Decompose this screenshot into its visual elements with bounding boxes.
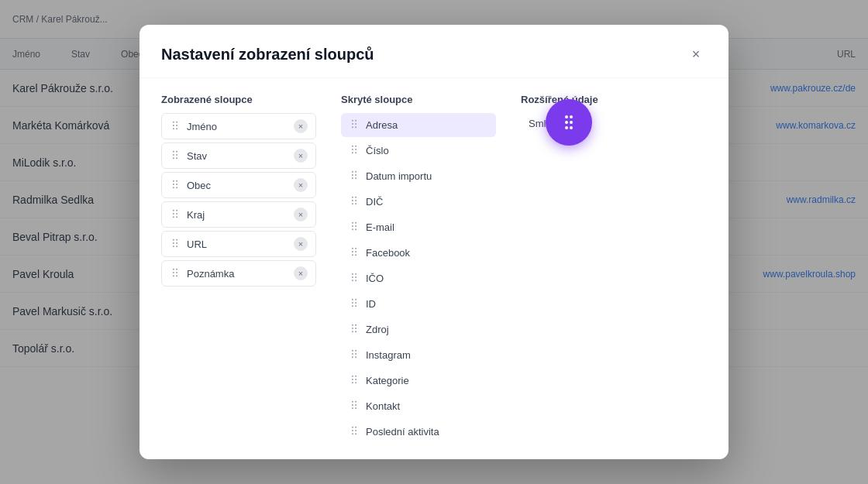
close-button[interactable]: × bbox=[685, 43, 707, 65]
svg-point-88 bbox=[352, 331, 353, 332]
svg-point-13 bbox=[176, 180, 177, 181]
skryte-item[interactable]: ID bbox=[341, 292, 496, 316]
svg-point-48 bbox=[352, 171, 353, 173]
svg-point-91 bbox=[355, 350, 356, 352]
skryte-item[interactable]: Kontakt bbox=[341, 394, 496, 418]
svg-point-33 bbox=[176, 271, 177, 273]
svg-point-38 bbox=[352, 123, 353, 125]
svg-point-77 bbox=[355, 280, 356, 281]
svg-point-11 bbox=[176, 157, 177, 159]
svg-point-79 bbox=[355, 299, 356, 300]
svg-point-113 bbox=[355, 433, 356, 434]
item-label: URL bbox=[187, 239, 288, 250]
zobrazene-item[interactable]: Jméno × bbox=[161, 113, 316, 139]
item-label: Poslední aktivita bbox=[366, 426, 488, 438]
skryte-item[interactable]: IČO bbox=[341, 266, 496, 290]
svg-point-8 bbox=[173, 153, 174, 155]
remove-item-button[interactable]: × bbox=[294, 149, 308, 163]
svg-point-57 bbox=[355, 200, 356, 201]
svg-point-58 bbox=[352, 203, 353, 204]
svg-point-103 bbox=[355, 401, 356, 403]
svg-point-76 bbox=[352, 280, 353, 281]
skryte-item[interactable]: Facebook bbox=[341, 241, 496, 265]
svg-point-45 bbox=[355, 149, 356, 150]
svg-point-31 bbox=[176, 268, 177, 269]
zobrazene-item[interactable]: Obec × bbox=[161, 172, 316, 198]
svg-point-43 bbox=[355, 146, 356, 147]
drag-handle-icon bbox=[170, 149, 181, 163]
svg-point-50 bbox=[352, 174, 353, 176]
remove-item-button[interactable]: × bbox=[294, 178, 308, 192]
item-label: Kontakt bbox=[366, 400, 488, 412]
svg-point-107 bbox=[355, 407, 356, 409]
svg-point-54 bbox=[352, 197, 353, 198]
drag-handle-icon bbox=[170, 238, 181, 251]
drag-handle-icon bbox=[349, 170, 360, 183]
svg-point-36 bbox=[352, 120, 353, 122]
svg-point-108 bbox=[352, 427, 353, 428]
svg-point-25 bbox=[176, 239, 177, 240]
modal-overlay: Nastavení zobrazení sloupců × Zobrazené … bbox=[0, 0, 868, 484]
item-label: Adresa bbox=[366, 119, 488, 131]
remove-item-button[interactable]: × bbox=[294, 119, 308, 133]
drag-handle-icon bbox=[170, 179, 181, 192]
drag-handle-icon bbox=[349, 297, 360, 311]
skryte-item[interactable]: DIČ bbox=[341, 190, 496, 214]
svg-point-96 bbox=[352, 376, 353, 377]
item-label: Instagram bbox=[366, 349, 488, 361]
remove-item-button[interactable]: × bbox=[294, 266, 308, 280]
zobrazene-column: Zobrazené sloupce Jméno × Stav × Obec × … bbox=[161, 94, 316, 444]
svg-point-74 bbox=[352, 276, 353, 278]
svg-point-29 bbox=[176, 245, 177, 247]
svg-point-106 bbox=[352, 407, 353, 409]
zobrazene-item[interactable]: Kraj × bbox=[161, 201, 316, 228]
svg-point-9 bbox=[176, 153, 177, 155]
svg-point-35 bbox=[176, 275, 177, 276]
svg-point-101 bbox=[355, 382, 356, 383]
drag-handle-icon bbox=[349, 425, 360, 438]
skryte-heading: Skryté sloupce bbox=[341, 94, 496, 105]
skryte-item[interactable]: Adresa bbox=[341, 113, 496, 137]
svg-point-102 bbox=[352, 401, 353, 403]
column-settings-modal: Nastavení zobrazení sloupců × Zobrazené … bbox=[140, 25, 728, 459]
svg-point-56 bbox=[352, 200, 353, 201]
svg-point-109 bbox=[355, 427, 356, 428]
drag-handle-icon bbox=[170, 267, 181, 280]
drag-handle-icon bbox=[349, 246, 360, 259]
svg-point-19 bbox=[176, 209, 177, 211]
svg-point-90 bbox=[352, 350, 353, 352]
zobrazene-item[interactable]: Stav × bbox=[161, 142, 316, 169]
svg-point-26 bbox=[173, 242, 174, 243]
remove-item-button[interactable]: × bbox=[294, 208, 308, 221]
skryte-item[interactable]: E-mail bbox=[341, 215, 496, 239]
modal-body: Zobrazené sloupce Jméno × Stav × Obec × … bbox=[140, 78, 728, 459]
modal-header: Nastavení zobrazení sloupců × bbox=[140, 25, 728, 78]
svg-point-24 bbox=[173, 239, 174, 240]
svg-point-67 bbox=[355, 248, 356, 249]
svg-point-64 bbox=[352, 228, 353, 230]
svg-point-99 bbox=[355, 379, 356, 380]
drag-handle-icon bbox=[349, 144, 360, 157]
item-label: ID bbox=[366, 298, 488, 310]
svg-point-70 bbox=[352, 254, 353, 256]
skryte-item[interactable]: Zdroj bbox=[341, 318, 496, 342]
skryte-item[interactable]: Poslední aktivita bbox=[341, 420, 496, 444]
remove-item-button[interactable]: × bbox=[294, 237, 308, 251]
svg-point-94 bbox=[352, 356, 353, 358]
svg-point-28 bbox=[173, 245, 174, 247]
skryte-item[interactable]: Datum importu bbox=[341, 164, 496, 188]
zobrazene-item[interactable]: Poznámka × bbox=[161, 260, 316, 287]
item-label: Datum importu bbox=[366, 170, 488, 182]
svg-point-6 bbox=[173, 150, 174, 152]
svg-point-98 bbox=[352, 379, 353, 380]
svg-point-73 bbox=[355, 273, 356, 275]
skryte-item[interactable]: Kategorie bbox=[341, 369, 496, 393]
svg-point-10 bbox=[173, 157, 174, 159]
skryte-item[interactable]: Instagram bbox=[341, 343, 496, 367]
svg-point-37 bbox=[355, 120, 356, 122]
zobrazene-heading: Zobrazené sloupce bbox=[161, 94, 316, 105]
svg-point-40 bbox=[352, 126, 353, 128]
skryte-item[interactable]: Číslo bbox=[341, 139, 496, 163]
svg-point-5 bbox=[176, 128, 177, 129]
zobrazene-item[interactable]: URL × bbox=[161, 231, 316, 257]
